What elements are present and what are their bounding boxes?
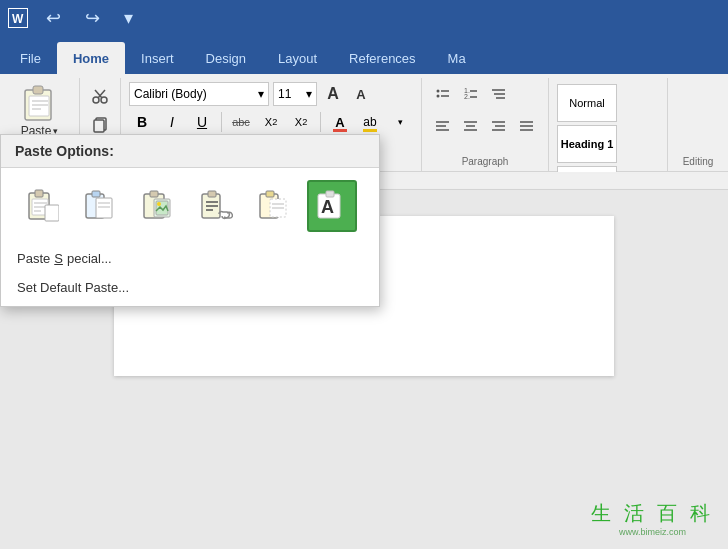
tab-layout[interactable]: Layout <box>262 42 333 74</box>
strikethrough-button[interactable]: abc <box>228 110 254 134</box>
paragraph-section-label: Paragraph <box>430 154 540 167</box>
paste-icons-row: A <box>1 168 379 244</box>
bold-button[interactable]: B <box>129 110 155 134</box>
paste-button[interactable]: Paste ▾ <box>13 78 67 142</box>
tab-design[interactable]: Design <box>190 42 262 74</box>
italic-button[interactable]: I <box>159 110 185 134</box>
scissors-icon <box>91 87 109 105</box>
watermark: 生 活 百 科 www.bimeiz.com <box>591 500 714 537</box>
paste-picture-button[interactable] <box>133 180 183 232</box>
tab-home[interactable]: Home <box>57 42 125 74</box>
quick-access-more-button[interactable]: ▾ <box>118 5 139 31</box>
paste-options-header: Paste Options: <box>1 135 379 168</box>
paste-no-border-icon <box>256 188 292 224</box>
paste-text-a-button[interactable]: A <box>307 180 357 232</box>
paste-icon <box>21 82 59 124</box>
paste-special-item[interactable]: Paste Special... <box>1 244 379 273</box>
svg-text:W: W <box>12 12 24 26</box>
set-default-paste-item[interactable]: Set Default Paste... <box>1 273 379 302</box>
style-normal[interactable]: Normal <box>557 84 617 122</box>
paste-no-border-button[interactable] <box>249 180 299 232</box>
tab-references[interactable]: References <box>333 42 431 74</box>
svg-point-56 <box>157 202 161 206</box>
style-heading1[interactable]: Heading 1 <box>557 125 617 163</box>
paste-picture-icon <box>140 188 176 224</box>
svg-rect-46 <box>45 205 59 221</box>
paste-keep-text-icon <box>198 188 234 224</box>
paste-keep-text-button[interactable] <box>191 180 241 232</box>
shrink-font-button[interactable]: A <box>349 82 373 106</box>
align-center-button[interactable] <box>458 114 484 138</box>
ribbon-section-styles: Normal Heading 1 Heading 2 Styles ⌄ <box>549 78 668 171</box>
svg-point-19 <box>437 95 440 98</box>
font-size-drop-arrow: ▾ <box>306 87 312 101</box>
svg-text:2.: 2. <box>464 93 470 100</box>
paste-text-a-icon: A <box>314 188 350 224</box>
svg-rect-13 <box>94 120 104 132</box>
title-bar: W ↩ ↪ ▾ <box>0 0 728 36</box>
paste-merge-format-button[interactable] <box>75 180 125 232</box>
font-color-button[interactable]: A <box>327 110 353 134</box>
font-size-dropdown[interactable]: 11 ▾ <box>273 82 317 106</box>
font-name-drop-arrow: ▾ <box>258 87 264 101</box>
highlight-color-button[interactable]: ab <box>357 110 383 134</box>
font-name-dropdown[interactable]: Calibri (Body) ▾ <box>129 82 269 106</box>
align-right-button[interactable] <box>486 114 512 138</box>
svg-rect-49 <box>96 198 112 218</box>
paste-keep-source-button[interactable] <box>17 180 67 232</box>
align-left-button[interactable] <box>430 114 456 138</box>
svg-rect-58 <box>208 191 216 197</box>
redo-button[interactable]: ↪ <box>79 5 106 31</box>
undo-button[interactable]: ↩ <box>40 5 67 31</box>
numbered-list-button[interactable]: 1. 2. <box>458 82 484 106</box>
tab-insert[interactable]: Insert <box>125 42 190 74</box>
copy-button[interactable] <box>86 112 114 136</box>
paste-keep-source-icon <box>24 188 60 224</box>
font-color-dropdown[interactable]: ▾ <box>387 110 413 134</box>
superscript-button[interactable]: X2 <box>288 110 314 134</box>
tab-more[interactable]: Ma <box>432 42 482 74</box>
svg-rect-41 <box>35 190 43 197</box>
svg-text:A: A <box>321 197 334 217</box>
svg-rect-4 <box>29 96 49 116</box>
grow-font-button[interactable]: A <box>321 82 345 106</box>
multilevel-list-button[interactable] <box>486 82 512 106</box>
ribbon-section-editing: Editing <box>668 78 728 171</box>
svg-rect-53 <box>150 191 158 197</box>
paste-options-dropdown: Paste Options: <box>0 134 380 307</box>
ribbon-section-paragraph: 1. 2. <box>422 78 549 171</box>
copy-icon <box>91 115 109 133</box>
svg-rect-63 <box>266 191 274 197</box>
watermark-url: www.bimeiz.com <box>591 527 714 537</box>
cut-button[interactable] <box>86 84 114 108</box>
watermark-text: 生 活 百 科 <box>591 500 714 527</box>
svg-point-17 <box>437 90 440 93</box>
justify-button[interactable] <box>514 114 540 138</box>
editing-section-label: Editing <box>676 156 720 167</box>
paste-merge-format-icon <box>82 188 118 224</box>
svg-rect-48 <box>92 191 100 197</box>
ribbon-tabs: File Home Insert Design Layout Reference… <box>0 36 728 74</box>
tab-file[interactable]: File <box>4 42 57 74</box>
svg-rect-3 <box>33 86 43 94</box>
subscript-button[interactable]: X2 <box>258 110 284 134</box>
bullet-list-button[interactable] <box>430 82 456 106</box>
word-icon: W <box>8 8 28 28</box>
underline-button[interactable]: U <box>189 110 215 134</box>
